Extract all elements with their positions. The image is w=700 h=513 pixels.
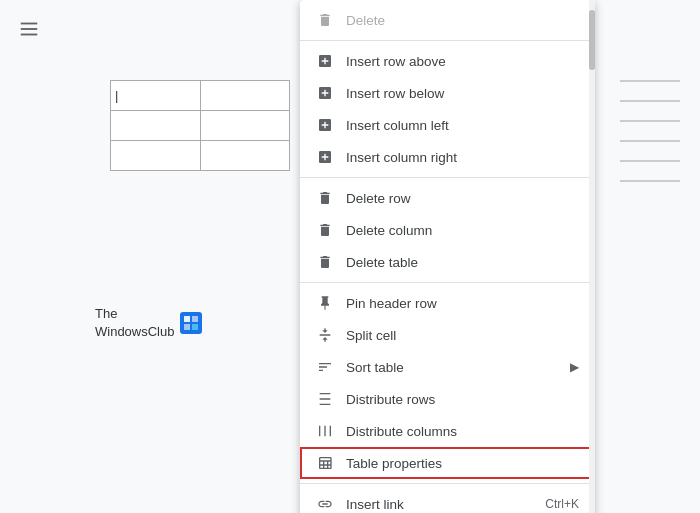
menu-item-insert-link-shortcut: Ctrl+K [545,497,579,511]
menu-divider-3 [300,282,595,283]
menu-item-insert-row-above-label: Insert row above [346,54,579,69]
menu-item-insert-link-label: Insert link [346,497,533,512]
context-menu: Delete Insert row above Insert row below… [300,0,595,513]
menu-item-insert-row-above[interactable]: Insert row above [300,45,595,77]
svg-rect-4 [184,316,190,322]
document-table [110,80,290,171]
doc-line [620,140,680,142]
menu-item-delete-row[interactable]: Delete row [300,182,595,214]
menu-item-insert-col-left[interactable]: Insert column left [300,109,595,141]
trash-icon [316,11,334,29]
plus-icon [316,116,334,134]
menu-item-insert-col-right-label: Insert column right [346,150,579,165]
distribute-cols-icon [316,422,334,440]
menu-item-distribute-rows-label: Distribute rows [346,392,579,407]
svg-rect-2 [21,34,38,36]
menu-item-delete-col-label: Delete column [346,223,579,238]
svg-rect-7 [192,324,198,330]
svg-rect-0 [21,23,38,25]
menu-item-delete-label: Delete [346,13,579,28]
menu-item-distribute-cols[interactable]: Distribute columns [300,415,595,447]
svg-rect-1 [21,28,38,30]
brand-text: The WindowsClub [95,305,174,341]
doc-line [620,160,680,162]
menu-divider-1 [300,40,595,41]
svg-rect-5 [192,316,198,322]
menu-item-delete-table[interactable]: Delete table [300,246,595,278]
menu-item-delete-row-label: Delete row [346,191,579,206]
menu-item-delete[interactable]: Delete [300,4,595,36]
link-icon [316,495,334,513]
plus-icon [316,52,334,70]
doc-line [620,180,680,182]
menu-item-pin-header[interactable]: Pin header row [300,287,595,319]
menu-item-distribute-rows[interactable]: Distribute rows [300,383,595,415]
menu-item-split-cell[interactable]: Split cell [300,319,595,351]
table-icon [316,454,334,472]
scrollbar[interactable] [589,0,595,513]
document-lines [620,80,680,182]
menu-item-table-properties-label: Table properties [346,456,579,471]
plus-icon [316,84,334,102]
menu-item-sort-table[interactable]: Sort table ▶ [300,351,595,383]
menu-item-pin-header-label: Pin header row [346,296,579,311]
pin-icon [316,294,334,312]
menu-divider-2 [300,177,595,178]
menu-item-delete-table-label: Delete table [346,255,579,270]
menu-item-insert-link[interactable]: Insert link Ctrl+K [300,488,595,513]
submenu-arrow-icon: ▶ [570,360,579,374]
menu-item-insert-row-below-label: Insert row below [346,86,579,101]
menu-item-insert-col-left-label: Insert column left [346,118,579,133]
toolbar-icon [18,18,40,43]
brand-logo-icon [180,312,202,334]
menu-item-sort-table-label: Sort table [346,360,558,375]
split-icon [316,326,334,344]
menu-item-distribute-cols-label: Distribute columns [346,424,579,439]
menu-item-table-properties[interactable]: Table properties [300,447,595,479]
menu-item-delete-col[interactable]: Delete column [300,214,595,246]
scrollbar-thumb[interactable] [589,10,595,70]
plus-icon [316,148,334,166]
menu-item-insert-row-below[interactable]: Insert row below [300,77,595,109]
svg-rect-3 [180,312,202,334]
trash-icon [316,189,334,207]
sort-icon [316,358,334,376]
trash-icon [316,253,334,271]
brand-watermark: The WindowsClub [95,305,202,341]
svg-rect-6 [184,324,190,330]
menu-item-split-cell-label: Split cell [346,328,579,343]
doc-line [620,100,680,102]
menu-divider-4 [300,483,595,484]
trash-icon [316,221,334,239]
doc-line [620,120,680,122]
doc-line [620,80,680,82]
menu-item-insert-col-right[interactable]: Insert column right [300,141,595,173]
distribute-rows-icon [316,390,334,408]
